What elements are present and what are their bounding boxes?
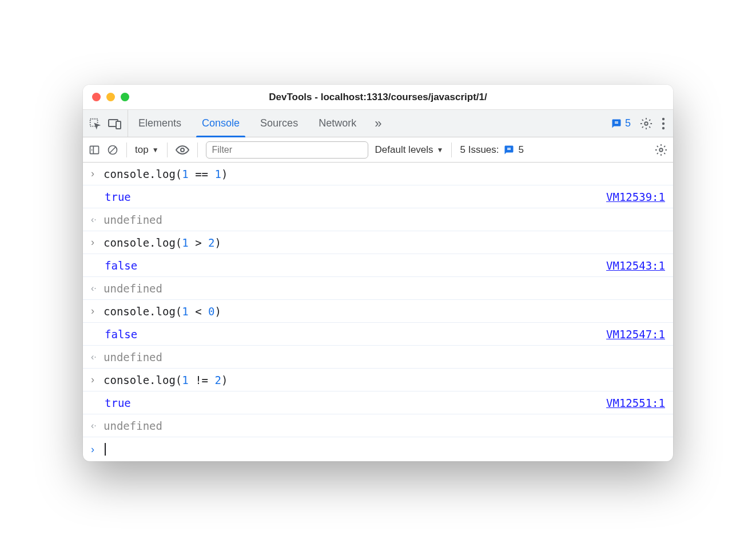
levels-label: Default levels — [375, 144, 433, 156]
console-output-value: true — [105, 191, 131, 203]
divider — [197, 143, 198, 157]
clear-console-icon[interactable] — [107, 144, 118, 156]
issues-badge[interactable]: 5 — [611, 117, 631, 129]
svg-rect-7 — [90, 146, 99, 153]
console-output-value: false — [105, 259, 137, 272]
console-return-value: undefined — [104, 351, 162, 363]
devtools-window: DevTools - localhost:1313/courses/javasc… — [83, 85, 673, 461]
return-arrow-icon: ‹· — [91, 352, 104, 362]
more-menu-icon[interactable] — [662, 117, 665, 130]
console-return-value: undefined — [104, 213, 162, 226]
filter-input[interactable] — [206, 141, 368, 159]
tabbar-right: 5 — [611, 110, 673, 137]
svg-point-3 — [644, 122, 648, 125]
console-input-row: › console.log(1 > 2) — [83, 231, 673, 254]
console-output-row: true VM12539:1 — [83, 185, 673, 208]
tabs: Elements Console Sources Network — [128, 110, 367, 137]
console-input-code: console.log(1 < 0) — [104, 305, 221, 318]
tab-sources[interactable]: Sources — [250, 110, 308, 137]
svg-point-5 — [662, 122, 665, 124]
console-input-code: console.log(1 == 1) — [104, 168, 228, 180]
svg-line-10 — [110, 147, 116, 153]
console-input-row: › console.log(1 < 0) — [83, 300, 673, 323]
maximize-window-button[interactable] — [121, 93, 129, 101]
divider — [167, 143, 168, 157]
svg-point-11 — [181, 148, 184, 152]
svg-point-4 — [662, 117, 665, 120]
input-arrow-icon: › — [91, 374, 104, 386]
context-dropdown[interactable]: top ▼ — [135, 144, 159, 156]
console-input-row: › console.log(1 == 1) — [83, 163, 673, 185]
svg-point-6 — [662, 126, 665, 129]
settings-icon[interactable] — [640, 117, 652, 130]
console-return-value: undefined — [104, 420, 162, 432]
console-return-value: undefined — [104, 282, 162, 295]
console-output-row: true VM12551:1 — [83, 391, 673, 414]
traffic-lights — [92, 93, 129, 101]
return-arrow-icon: ‹· — [91, 215, 104, 225]
source-link[interactable]: VM12551:1 — [606, 397, 665, 409]
inspect-element-icon[interactable] — [89, 117, 101, 130]
more-tabs-button[interactable]: » — [367, 110, 389, 137]
chevron-down-icon: ▼ — [152, 146, 159, 154]
context-label: top — [135, 144, 149, 156]
issues-text: 5 Issues: — [460, 144, 499, 156]
tab-elements[interactable]: Elements — [128, 110, 192, 137]
console-return-row: ‹· undefined — [83, 346, 673, 369]
tabbar: Elements Console Sources Network » 5 — [83, 110, 673, 137]
return-arrow-icon: ‹· — [91, 283, 104, 294]
console-input-code: console.log(1 > 2) — [104, 236, 221, 249]
input-arrow-icon: › — [91, 305, 104, 317]
titlebar: DevTools - localhost:1313/courses/javasc… — [83, 85, 673, 110]
console-prompt[interactable]: › — [83, 437, 673, 461]
console-return-row: ‹· undefined — [83, 208, 673, 231]
console-body: › console.log(1 == 1) true VM12539:1 ‹· … — [83, 163, 673, 461]
divider — [451, 143, 452, 157]
input-arrow-icon: › — [91, 236, 104, 248]
source-link[interactable]: VM12543:1 — [606, 259, 665, 272]
message-icon — [611, 118, 622, 129]
input-arrow-icon: › — [91, 168, 104, 180]
console-input-row: › console.log(1 != 2) — [83, 369, 673, 391]
source-link[interactable]: VM12539:1 — [606, 191, 665, 203]
eye-icon[interactable] — [176, 144, 189, 156]
source-link[interactable]: VM12547:1 — [606, 328, 665, 341]
issues-count: 5 — [625, 117, 631, 129]
return-arrow-icon: ‹· — [91, 421, 104, 431]
cursor — [105, 443, 106, 456]
message-icon — [504, 145, 514, 155]
window-title: DevTools - localhost:1313/courses/javasc… — [83, 92, 673, 103]
console-toolbar: top ▼ Default levels ▼ 5 Issues: 5 — [83, 137, 673, 163]
console-output-row: false VM12547:1 — [83, 323, 673, 346]
tab-console[interactable]: Console — [192, 110, 250, 137]
console-output-row: false VM12543:1 — [83, 254, 673, 277]
levels-dropdown[interactable]: Default levels ▼ — [375, 144, 444, 156]
console-settings-icon[interactable] — [655, 144, 667, 156]
console-output-value: true — [105, 397, 131, 409]
tabbar-tools — [83, 110, 128, 137]
tab-network[interactable]: Network — [308, 110, 367, 137]
divider — [126, 143, 127, 157]
chevron-down-icon: ▼ — [437, 146, 444, 154]
device-toolbar-icon[interactable] — [108, 118, 122, 129]
console-input-code: console.log(1 != 2) — [104, 374, 228, 386]
close-window-button[interactable] — [92, 93, 101, 101]
minimize-window-button[interactable] — [106, 93, 115, 101]
prompt-arrow-icon: › — [91, 444, 104, 456]
svg-point-12 — [659, 148, 663, 152]
toggle-sidebar-icon[interactable] — [89, 144, 100, 156]
console-return-row: ‹· undefined — [83, 414, 673, 437]
issues-summary[interactable]: 5 Issues: 5 — [460, 144, 524, 156]
svg-rect-2 — [116, 121, 121, 129]
issues-count: 5 — [519, 144, 524, 156]
console-return-row: ‹· undefined — [83, 277, 673, 300]
console-output-value: false — [105, 328, 137, 341]
